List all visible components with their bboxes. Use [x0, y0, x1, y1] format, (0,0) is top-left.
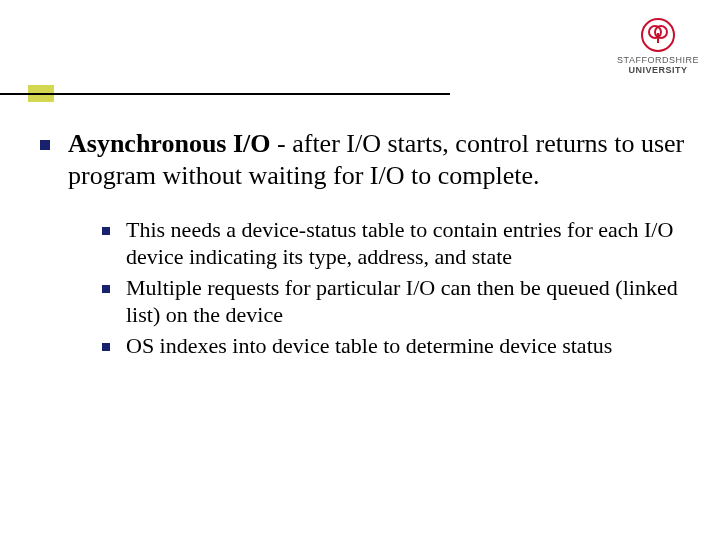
list-item: OS indexes into device table to determin… — [102, 333, 690, 360]
university-logo: STAFFORDSHIRE UNIVERSITY — [616, 18, 700, 76]
list-item: This needs a device-status table to cont… — [102, 217, 690, 271]
main-bullet-text: Asynchronous I/O - after I/O starts, con… — [68, 128, 690, 191]
main-bullet-lead: Asynchronous I/O — [68, 129, 271, 158]
square-bullet-icon — [102, 285, 110, 293]
square-bullet-icon — [40, 140, 50, 150]
biohazard-icon — [641, 18, 675, 52]
square-bullet-icon — [102, 343, 110, 351]
slide-body: Asynchronous I/O - after I/O starts, con… — [40, 128, 690, 364]
logo-text-line2: UNIVERSITY — [616, 66, 700, 76]
header-rule — [0, 93, 450, 95]
sub-bullet-text: OS indexes into device table to determin… — [126, 333, 612, 360]
main-bullet-row: Asynchronous I/O - after I/O starts, con… — [40, 128, 690, 191]
square-bullet-icon — [102, 227, 110, 235]
sub-bullet-list: This needs a device-status table to cont… — [102, 217, 690, 359]
list-item: Multiple requests for particular I/O can… — [102, 275, 690, 329]
sub-bullet-text: Multiple requests for particular I/O can… — [126, 275, 690, 329]
sub-bullet-text: This needs a device-status table to cont… — [126, 217, 690, 271]
